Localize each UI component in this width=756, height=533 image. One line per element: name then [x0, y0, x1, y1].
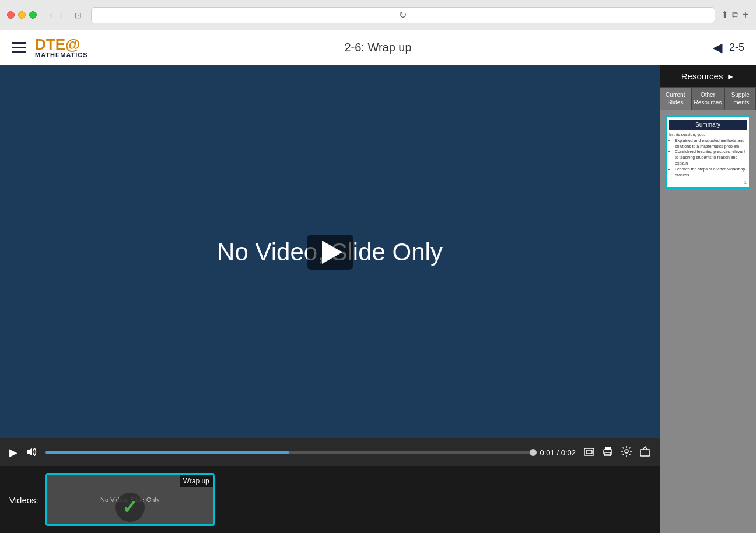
traffic-lights: [7, 11, 37, 19]
slide-bullet-3: Learned the steps of a video workshop pr…: [675, 166, 747, 178]
svg-rect-2: [586, 450, 592, 454]
svg-marker-0: [27, 448, 32, 456]
checkmark-overlay: ✓: [116, 493, 145, 522]
time-separator: /: [556, 448, 559, 457]
slide-thumbnail-1[interactable]: Summary In this session, you: Explained …: [666, 116, 750, 189]
video-controls: ▶ 0:01 / 0:02: [0, 438, 660, 466]
nav-back-button[interactable]: ◄ 2-5: [709, 39, 744, 57]
share-browser-button[interactable]: ⬆: [721, 9, 729, 20]
slide-number: 1: [669, 180, 747, 185]
progress-bar[interactable]: [46, 451, 533, 454]
logo-math: MATHEMATICS: [35, 52, 88, 58]
slides-panel: Summary In this session, you: Explained …: [660, 110, 756, 533]
tab-supplements[interactable]: Supple-ments: [724, 87, 756, 110]
sidebar: Resources ► CurrentSlides OtherResources…: [660, 65, 756, 533]
page-title: 2-6: Wrap up: [344, 41, 411, 54]
checkmark-icon: ✓: [122, 496, 138, 518]
slide-bullet-1: Explained and evaluated methods and solu…: [675, 138, 747, 149]
progress-fill: [46, 451, 289, 454]
play-overlay[interactable]: [307, 235, 354, 270]
minimize-button[interactable]: [18, 11, 26, 19]
current-time: 0:01: [540, 448, 555, 457]
volume-button[interactable]: [26, 445, 38, 460]
nav-arrow-icon: ◄: [709, 39, 726, 57]
add-tab-button[interactable]: +: [742, 8, 749, 22]
refresh-button[interactable]: ↻: [399, 9, 407, 20]
play-icon: [322, 241, 342, 264]
print-button[interactable]: [601, 445, 614, 460]
slide-intro: In this session, you:: [669, 132, 747, 138]
slide-header: Summary: [669, 120, 747, 130]
tab-buttons: CurrentSlides OtherResources Supple-ment…: [660, 87, 756, 110]
nav-back-page: 2-5: [729, 41, 744, 54]
new-tab-button[interactable]: ⧉: [732, 10, 738, 20]
svg-rect-7: [640, 450, 650, 456]
logo-dte: DTE@: [35, 37, 88, 52]
resources-arrow-icon: ►: [726, 72, 734, 81]
maximize-button[interactable]: [29, 11, 37, 19]
settings-button[interactable]: [620, 445, 633, 461]
app-header: DTE@ MATHEMATICS 2-6: Wrap up ◄ 2-5: [0, 30, 756, 65]
resources-label: Resources: [681, 71, 723, 81]
total-time: 0:02: [561, 448, 576, 457]
resources-header[interactable]: Resources ►: [660, 65, 756, 87]
address-bar[interactable]: ↻: [91, 7, 716, 23]
progress-thumb: [530, 449, 537, 456]
browser-chrome: ‹ › ⊡ ↻ ⬆ ⧉ +: [0, 0, 756, 30]
logo: DTE@ MATHEMATICS: [35, 37, 88, 58]
nav-buttons: ‹ ›: [47, 9, 65, 22]
share-button[interactable]: [639, 445, 652, 461]
right-controls: [583, 445, 652, 461]
forward-button[interactable]: ›: [57, 9, 65, 22]
close-button[interactable]: [7, 11, 15, 19]
videos-label: Videos:: [9, 495, 38, 505]
play-button[interactable]: ▶: [8, 445, 19, 460]
video-player[interactable]: No Video, Slide Only: [0, 65, 660, 438]
video-thumbnail-1[interactable]: Wrap up No Video, Slide Only ✓: [46, 473, 215, 526]
time-display: 0:01 / 0:02: [540, 448, 576, 457]
browser-actions: ⬆ ⧉ +: [721, 8, 749, 22]
slide-content: In this session, you: Explained and eval…: [669, 132, 747, 177]
thumb-title-1: Wrap up: [180, 475, 213, 487]
videos-strip: Videos: Wrap up No Video, Slide Only ✓: [0, 466, 660, 533]
video-container: No Video, Slide Only ▶ 0:01 /: [0, 65, 660, 533]
main-content: No Video, Slide Only ▶ 0:01 /: [0, 65, 756, 533]
slide-bullet-2: Considered teaching practices relevant t…: [675, 149, 747, 166]
svg-rect-4: [605, 447, 611, 450]
svg-point-6: [625, 450, 628, 453]
tab-other-resources[interactable]: OtherResources: [691, 87, 725, 110]
screen-mode-button[interactable]: [583, 445, 596, 460]
menu-button[interactable]: [12, 42, 26, 53]
back-button[interactable]: ‹: [47, 9, 55, 22]
tab-current-slides[interactable]: CurrentSlides: [660, 87, 691, 110]
window-mode-button[interactable]: ⊡: [71, 9, 85, 21]
